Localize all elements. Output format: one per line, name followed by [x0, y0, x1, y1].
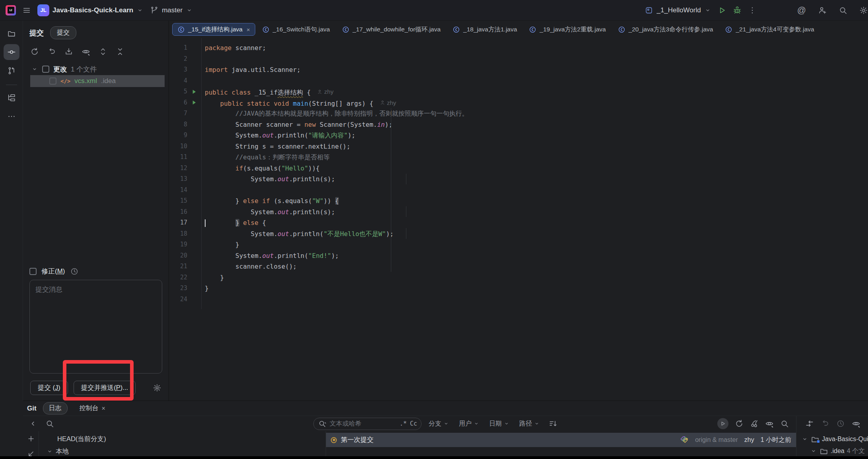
debug-button[interactable] — [733, 6, 742, 15]
tags-icon — [680, 436, 689, 444]
code-line[interactable]: 21 scanner.close(); — [169, 261, 868, 272]
amend-checkbox[interactable] — [29, 268, 37, 275]
code-line[interactable]: 6 public static void main(String[] args)… — [169, 97, 868, 108]
code-line[interactable]: 8 Scanner scanner = new Scanner(System.i… — [169, 119, 868, 130]
more-actions-icon[interactable] — [748, 6, 757, 15]
filter-用户[interactable]: 用户 — [459, 420, 480, 428]
sidebar-item-pull-requests[interactable] — [4, 63, 19, 79]
ai-assistant-icon[interactable]: @ — [797, 5, 806, 15]
sidebar-item-structure[interactable] — [4, 90, 19, 106]
filter-路径[interactable]: 路径 — [519, 420, 540, 428]
filter-日期[interactable]: 日期 — [489, 420, 510, 428]
run-configuration-widget[interactable]: _1_HelloWorld — [645, 6, 711, 15]
sidebar-item-commit[interactable] — [4, 44, 19, 60]
code-line[interactable]: 7 //JAVA的基本结构就是顺序结构，除非特别指明，否则就按照顺序一句一句执行… — [169, 108, 868, 119]
code-line[interactable]: 23} — [169, 283, 868, 294]
compare-icon[interactable] — [805, 419, 814, 428]
commit-and-push-button[interactable]: 提交并推送(P)... — [74, 381, 136, 395]
tab-log[interactable]: 日志 — [43, 402, 68, 414]
file-checkbox[interactable] — [49, 77, 56, 85]
code-line[interactable]: 14 — [169, 185, 868, 196]
code-editor[interactable]: 1package scanner;23import java.util.Scan… — [169, 38, 868, 401]
changes-group-row[interactable]: 更改 1 个文件 — [27, 63, 165, 75]
filter-分支[interactable]: 分支 — [429, 420, 449, 428]
editor-tab[interactable]: C_15_if选择结构.java× — [172, 23, 255, 36]
tree-row-idea[interactable]: .idea 4 个文 — [796, 445, 868, 457]
history-clock-icon[interactable] — [70, 267, 79, 276]
code-line[interactable]: 3import java.util.Scanner; — [169, 64, 868, 76]
code-line[interactable]: 1package scanner; — [169, 43, 868, 54]
rollback-icon[interactable] — [47, 47, 56, 56]
refresh-icon[interactable] — [30, 47, 39, 56]
chevron-left-icon[interactable] — [29, 419, 37, 428]
code-line[interactable]: 16 System.out.println(s); — [169, 207, 868, 218]
add-icon[interactable] — [27, 434, 35, 443]
log-search-field[interactable]: 文本或哈希 .* Cc — [313, 418, 421, 430]
settings-gear-icon[interactable] — [859, 6, 868, 15]
match-case-toggle-icon[interactable]: Cc — [410, 420, 417, 427]
view-options-icon[interactable] — [852, 419, 860, 428]
sidebar-item-project[interactable] — [4, 25, 19, 41]
code-line[interactable]: 9 System.out.println("请输入内容"); — [169, 130, 868, 141]
tree-row-project[interactable]: Java-Basics-Quic — [796, 433, 868, 445]
editor-tab[interactable]: C_21_java方法4可变参数.java — [720, 23, 819, 36]
main-menu-icon[interactable] — [22, 6, 31, 15]
local-branches-row[interactable]: 本地 — [39, 445, 326, 457]
code-line[interactable]: 15 } else if (s.equals("W")) { — [169, 196, 868, 207]
rollback-icon[interactable] — [821, 419, 829, 428]
commit-row[interactable]: 第一次提交 origin & master zhy 1 小时之前 — [326, 433, 796, 447]
changed-file-row[interactable]: </> vcs.xml .idea — [30, 75, 165, 87]
code-line[interactable]: 10 String s = scanner.nextLine(); — [169, 141, 868, 152]
find-icon[interactable] — [780, 419, 789, 428]
code-line[interactable]: 2 — [169, 54, 868, 65]
editor-tab[interactable]: C_20_java方法3命令行传参.java — [613, 23, 718, 36]
changed-files-tree: Java-Basics-Quic .idea 4 个文 — [796, 431, 868, 459]
commit-message-input[interactable] — [29, 280, 162, 374]
changes-checkbox[interactable] — [42, 66, 49, 73]
view-options-icon[interactable] — [765, 419, 774, 428]
head-branch-row[interactable]: HEAD(当前分支) — [39, 433, 326, 445]
search-icon[interactable] — [45, 419, 54, 428]
code-line[interactable]: 4 — [169, 76, 868, 87]
shelve-icon[interactable] — [64, 47, 73, 56]
code-line[interactable]: 18 System.out.println("不是Hello也不是W"); — [169, 229, 868, 240]
run-gutter-icon[interactable] — [187, 97, 201, 108]
view-options-icon[interactable] — [82, 47, 90, 56]
editor-tab[interactable]: C_19_java方法2重载.java — [524, 23, 611, 36]
commit-graph-node — [331, 437, 337, 443]
search-everywhere-icon[interactable] — [839, 6, 847, 15]
sort-icon[interactable] — [549, 419, 557, 428]
tab-console[interactable]: 控制台× — [74, 403, 111, 414]
code-line[interactable]: 12 if(s.equals("Hello")){ — [169, 163, 868, 174]
code-line[interactable]: 13 System.out.println(s); — [169, 174, 868, 185]
cherry-pick-icon[interactable] — [750, 419, 759, 428]
run-circle-icon[interactable] — [717, 418, 728, 429]
code-line[interactable]: 24 — [169, 294, 868, 305]
run-gutter-icon[interactable] — [187, 86, 201, 97]
editor-tab[interactable]: C_18_java方法1.java — [447, 23, 522, 36]
code-line[interactable]: 20 System.out.println("End!"); — [169, 250, 868, 261]
code-line[interactable]: 22 } — [169, 272, 868, 283]
code-line[interactable]: 19 } — [169, 239, 868, 250]
refresh-icon[interactable] — [735, 419, 744, 428]
tab-commit[interactable]: 提交 — [50, 26, 76, 39]
code-line[interactable]: 5public class _15_if选择结构 {zhy — [169, 86, 868, 97]
close-icon[interactable]: × — [102, 405, 105, 412]
history-clock-icon[interactable] — [836, 419, 845, 428]
run-config-name: _1_HelloWorld — [656, 6, 701, 14]
vcs-branch-widget[interactable]: master — [150, 6, 193, 15]
editor-tab[interactable]: C_16_Switch语句.java — [257, 23, 335, 36]
regex-toggle-icon[interactable]: .* — [400, 420, 407, 427]
sidebar-item-more[interactable] — [4, 108, 19, 124]
run-button[interactable] — [718, 6, 726, 15]
code-line[interactable]: 17 } else { — [169, 217, 868, 229]
add-user-icon[interactable] — [818, 6, 827, 15]
code-line[interactable]: 11 //equals：判断字符串是否相等 — [169, 152, 868, 163]
commit-options-gear-icon[interactable] — [153, 383, 161, 392]
commit-button[interactable]: 提交 (J) — [30, 381, 68, 395]
expand-all-icon[interactable] — [99, 47, 107, 56]
project-widget[interactable]: JL Java-Basics-Quick-Learn — [37, 4, 144, 16]
close-icon[interactable]: × — [247, 26, 250, 33]
editor-tab[interactable]: C_17_while_dowhile_for循环.java — [337, 23, 446, 36]
collapse-all-icon[interactable] — [116, 47, 124, 56]
